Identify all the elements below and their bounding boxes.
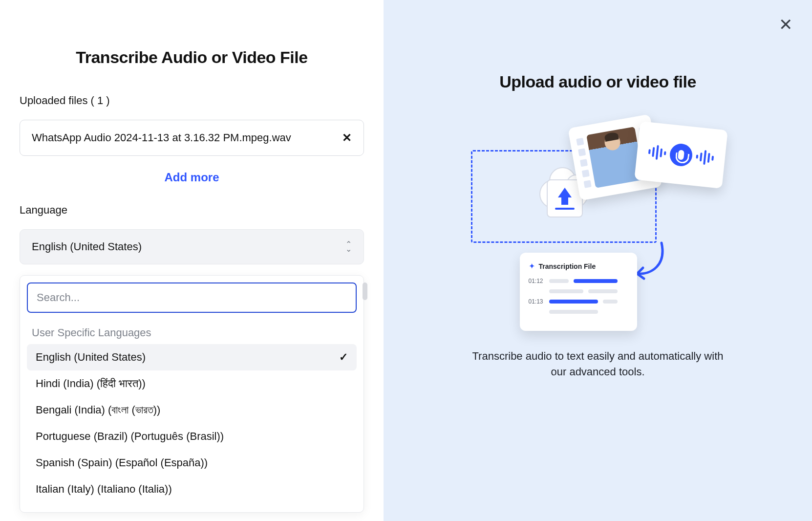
uploaded-file-name: WhatsApp Audio 2024-11-13 at 3.16.32 PM.…	[32, 131, 291, 144]
language-select-value: English (United States)	[32, 240, 142, 253]
audio-waveform-card	[634, 121, 728, 189]
person-icon	[586, 127, 644, 188]
language-option-label: English (United States)	[36, 351, 146, 364]
remove-file-icon[interactable]: ✕	[342, 131, 352, 145]
language-option-label: Italian (Italy) (Italiano (Italia))	[36, 483, 172, 496]
sparkle-icon: ✦	[529, 261, 535, 271]
right-panel-description: Transcribe audio to text easily and auto…	[471, 348, 725, 380]
language-option-label: Portuguese (Brazil) (Português (Brasil))	[36, 430, 224, 443]
add-more-button[interactable]: Add more	[20, 171, 364, 184]
scrollbar-thumb[interactable]	[363, 282, 367, 300]
right-panel-title: Upload audio or video file	[499, 72, 696, 91]
transcription-file-card: ✦ Transcription File 01:12 01:13	[520, 253, 637, 331]
language-option[interactable]: English (United States) ✓	[27, 344, 357, 370]
language-group-header: User Specific Languages	[32, 326, 357, 339]
right-panel: ✕ Upload audio or video file	[384, 0, 812, 521]
uploaded-files-label: Uploaded files ( 1 )	[20, 94, 364, 107]
timestamp: 01:12	[529, 278, 544, 284]
language-dropdown: User Specific Languages English (United …	[20, 275, 364, 513]
language-option[interactable]: Portuguese (Brazil) (Português (Brasil))	[27, 423, 357, 450]
page-title: Transcribe Audio or Video File	[20, 48, 364, 67]
language-label: Language	[20, 204, 364, 217]
chevron-up-down-icon: ⌃⌄	[345, 242, 352, 252]
language-option[interactable]: Italian (Italy) (Italiano (Italia))	[27, 476, 357, 502]
upload-arrow-icon	[547, 179, 583, 217]
transcription-card-title: Transcription File	[539, 262, 596, 270]
language-option-label: Hindi (India) (हिंदी भारत))	[36, 377, 146, 390]
language-option-label: Bengali (India) (বাংলা (ভারত))	[36, 404, 160, 416]
left-panel: Transcribe Audio or Video File Uploaded …	[0, 0, 384, 521]
microphone-icon	[668, 143, 693, 168]
timestamp: 01:13	[529, 298, 544, 305]
language-option[interactable]: Spanish (Spain) (Español (España))	[27, 450, 357, 476]
language-select[interactable]: English (United States) ⌃⌄	[20, 229, 364, 264]
uploaded-file-chip: WhatsApp Audio 2024-11-13 at 3.16.32 PM.…	[20, 120, 364, 156]
language-option[interactable]: Bengali (India) (বাংলা (ভারত))	[27, 397, 357, 423]
language-option-label: Spanish (Spain) (Español (España))	[36, 456, 208, 469]
language-search-input[interactable]	[27, 282, 357, 313]
check-icon: ✓	[339, 351, 348, 364]
upload-illustration: ✦ Transcription File 01:12 01:13	[471, 126, 725, 331]
curved-arrow-icon	[632, 240, 666, 284]
language-option[interactable]: Hindi (India) (हिंदी भारत))	[27, 370, 357, 397]
close-icon[interactable]: ✕	[779, 15, 792, 34]
